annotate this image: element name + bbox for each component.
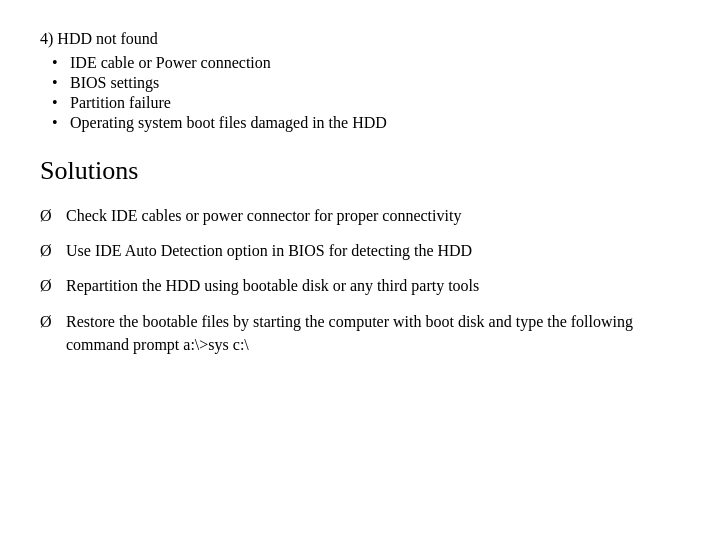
arrow-icon-2: Ø (40, 239, 66, 262)
bullet-item-1: IDE cable or Power connection (70, 54, 680, 72)
solutions-heading: Solutions (40, 156, 680, 186)
arrow-icon-1: Ø (40, 204, 66, 227)
solution-item-3: Ø Repartition the HDD using bootable dis… (40, 274, 680, 297)
bullet-item-2: BIOS settings (70, 74, 680, 92)
solution-text-3: Repartition the HDD using bootable disk … (66, 274, 680, 297)
bullet-item-4: Operating system boot files damaged in t… (70, 114, 680, 132)
bullet-list: IDE cable or Power connection BIOS setti… (40, 54, 680, 132)
solution-item-4: Ø Restore the bootable files by starting… (40, 310, 680, 356)
solutions-list: Ø Check IDE cables or power connector fo… (40, 204, 680, 356)
content-wrapper: 4) HDD not found IDE cable or Power conn… (40, 30, 680, 356)
solution-item-2: Ø Use IDE Auto Detection option in BIOS … (40, 239, 680, 262)
solution-text-4: Restore the bootable files by starting t… (66, 310, 680, 356)
arrow-icon-4: Ø (40, 310, 66, 333)
solution-item-1: Ø Check IDE cables or power connector fo… (40, 204, 680, 227)
solution-text-2: Use IDE Auto Detection option in BIOS fo… (66, 239, 680, 262)
arrow-icon-3: Ø (40, 274, 66, 297)
section-header: 4) HDD not found (40, 30, 680, 48)
solution-text-1: Check IDE cables or power connector for … (66, 204, 680, 227)
bullet-item-3: Partition failure (70, 94, 680, 112)
